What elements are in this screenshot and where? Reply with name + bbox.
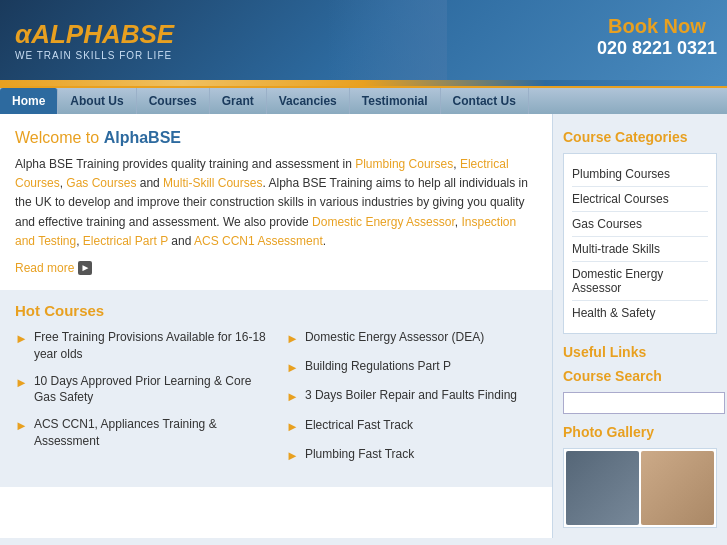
list-item: ► 3 Days Boiler Repair and Faults Findin… [286,387,537,406]
header-worker-image [327,0,447,80]
nav-about-us[interactable]: About Us [58,88,136,114]
course-item-text[interactable]: Free Training Provisions Available for 1… [34,329,266,363]
bullet-icon: ► [286,359,299,377]
main-layout: Welcome to AlphaBSE Alpha BSE Training p… [0,114,727,538]
bullet-icon: ► [286,330,299,348]
nav-grant[interactable]: Grant [210,88,267,114]
sidebar-link-multitrade[interactable]: Multi-trade Skills [572,237,708,262]
course-item-text[interactable]: Domestic Energy Assessor (DEA) [305,329,484,346]
logo-name: ALPHABSE [31,19,174,49]
nav-bar: Home About Us Courses Grant Vacancies Te… [0,86,727,114]
course-categories-box: Plumbing Courses Electrical Courses Gas … [563,153,717,334]
list-item: ► Domestic Energy Assessor (DEA) [286,329,537,348]
hot-courses-title: Hot Courses [15,302,537,319]
read-more-arrow-icon: ► [78,261,92,275]
course-item-text[interactable]: ACS CCN1, Appliances Training & Assessme… [34,416,266,450]
link-electrical-part-p[interactable]: Electrical Part P [83,234,168,248]
course-search-title: Course Search [563,368,717,384]
link-plumbing-courses[interactable]: Plumbing Courses [355,157,453,171]
course-search-row: Go [563,392,717,414]
link-multi-skill[interactable]: Multi-Skill Courses [163,176,262,190]
hot-courses-left-col: ► Free Training Provisions Available for… [15,329,266,475]
comma4: , [76,234,83,248]
comma1: , [453,157,460,171]
sidebar-link-gas[interactable]: Gas Courses [572,212,708,237]
gallery-thumb-1 [566,451,639,525]
period2: . [323,234,326,248]
nav-home[interactable]: Home [0,88,58,114]
content-area: Welcome to AlphaBSE Alpha BSE Training p… [0,114,552,538]
bullet-icon: ► [286,447,299,465]
nav-contact-us[interactable]: Contact Us [441,88,529,114]
bullet-icon: ► [286,388,299,406]
bullet-icon: ► [15,374,28,392]
gallery-thumb-2 [641,451,714,525]
sidebar-link-plumbing[interactable]: Plumbing Courses [572,162,708,187]
sidebar-link-health-safety[interactable]: Health & Safety [572,301,708,325]
sidebar: Course Categories Plumbing Courses Elect… [552,114,727,538]
list-item: ► ACS CCN1, Appliances Training & Assess… [15,416,266,450]
and1: and [136,176,163,190]
phone-number: 020 8221 0321 [597,38,717,59]
course-item-text[interactable]: 10 Days Approved Prior Learning & Core G… [34,373,266,407]
course-item-text[interactable]: 3 Days Boiler Repair and Faults Finding [305,387,517,404]
welcome-text: Alpha BSE Training provides quality trai… [15,155,537,251]
link-acs-ccn1[interactable]: ACS CCN1 Assessment [194,234,323,248]
welcome-blue: AlphaBSE [104,129,181,146]
logo-text: αALPHABSE [15,19,174,50]
list-item: ► Building Regulations Part P [286,358,537,377]
list-item: ► Electrical Fast Track [286,417,537,436]
photo-gallery-box [563,448,717,528]
course-item-text[interactable]: Plumbing Fast Track [305,446,414,463]
logo-alpha-char: α [15,19,31,49]
logo: αALPHABSE WE TRAIN SKILLS FOR LIFE [15,19,174,61]
course-item-text[interactable]: Building Regulations Part P [305,358,451,375]
link-dea[interactable]: Domestic Energy Assessor [312,215,455,229]
hot-courses-right-col: ► Domestic Energy Assessor (DEA) ► Build… [286,329,537,475]
photo-gallery-title: Photo Gallery [563,424,717,440]
welcome-p1: Alpha BSE Training provides quality trai… [15,157,355,171]
hot-courses-grid: ► Free Training Provisions Available for… [15,329,537,475]
sidebar-link-electrical[interactable]: Electrical Courses [572,187,708,212]
book-now-label: Book Now [597,15,717,38]
read-more-link[interactable]: Read more ► [15,261,92,275]
book-now-box: Book Now 020 8221 0321 [597,15,717,59]
course-item-text[interactable]: Electrical Fast Track [305,417,413,434]
bullet-icon: ► [286,418,299,436]
sidebar-link-dea[interactable]: Domestic Energy Assessor [572,262,708,301]
header: αALPHABSE WE TRAIN SKILLS FOR LIFE Book … [0,0,727,80]
nav-courses[interactable]: Courses [137,88,210,114]
link-gas-courses[interactable]: Gas Courses [66,176,136,190]
nav-vacancies[interactable]: Vacancies [267,88,350,114]
hot-courses-section: Hot Courses ► Free Training Provisions A… [0,290,552,487]
list-item: ► 10 Days Approved Prior Learning & Core… [15,373,266,407]
bullet-icon: ► [15,330,28,348]
read-more-text: Read more [15,261,74,275]
logo-tagline: WE TRAIN SKILLS FOR LIFE [15,50,174,61]
welcome-title: Welcome to AlphaBSE [15,129,537,147]
list-item: ► Plumbing Fast Track [286,446,537,465]
search-input[interactable] [563,392,725,414]
welcome-orange: Welcome to [15,129,99,146]
course-categories-title: Course Categories [563,129,717,145]
nav-testimonial[interactable]: Testimonial [350,88,441,114]
list-item: ► Free Training Provisions Available for… [15,329,266,363]
useful-links-title: Useful Links [563,344,717,360]
bullet-icon: ► [15,417,28,435]
and2: and [168,234,194,248]
